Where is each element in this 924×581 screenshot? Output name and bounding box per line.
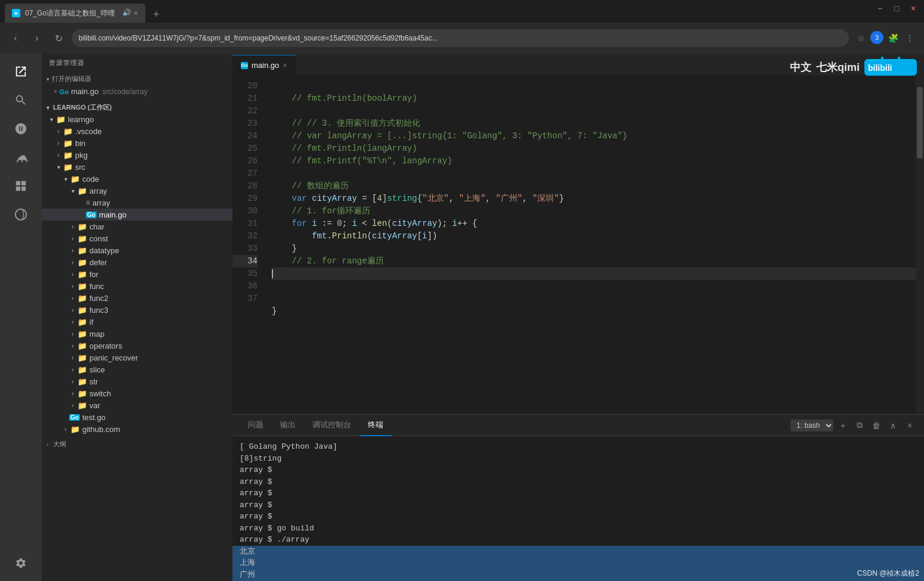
tree-item-pkg[interactable]: › 📁 pkg [42, 149, 232, 161]
terminal-actions: 1: bash + ⧉ 🗑 ∧ × [790, 418, 917, 433]
svg-rect-1 [21, 181, 26, 185]
workspace-label: LEARNGO (工作区) [53, 103, 111, 112]
tree-item-for[interactable]: › 📁 for [42, 268, 232, 280]
tree-item-switch[interactable]: › 📁 switch [42, 387, 232, 399]
outline-header[interactable]: › 大纲 [42, 437, 232, 451]
func-arrow: › [68, 281, 77, 291]
tree-item-learngo[interactable]: ▾ 📁 learngo [42, 113, 232, 125]
activity-icon-remote[interactable] [8, 201, 34, 228]
bookmark-btn[interactable]: ☆ [854, 31, 868, 45]
defer-arrow: › [68, 257, 77, 267]
activity-icon-git[interactable] [8, 116, 34, 142]
open-editors-header[interactable]: ▾ 打开的编辑器 [42, 72, 232, 86]
for-label: for [89, 270, 98, 279]
tree-item-operators[interactable]: › 📁 operators [42, 340, 232, 352]
tree-item-code[interactable]: ▾ 📁 code [42, 173, 232, 185]
tab-bar: B 07_Go语言基础之数组_哔哩 🔊 × + − □ × [0, 0, 924, 23]
folder-icon-if: 📁 [77, 318, 87, 327]
tree-item-github[interactable]: › 📁 github.com [42, 423, 232, 435]
browser-tab-active[interactable]: B 07_Go语言基础之数组_哔哩 🔊 × [5, 4, 145, 23]
activity-icon-explorer[interactable] [8, 58, 34, 85]
close-file-icon[interactable]: × [54, 88, 57, 95]
outline-label: 大纲 [53, 440, 66, 449]
terminal-tab-output[interactable]: 输出 [272, 415, 304, 436]
workspace-header[interactable]: ▾ LEARNGO (工作区) [42, 100, 232, 113]
editor-tab-maingo[interactable]: Go main.go × [232, 55, 296, 75]
tree-item-func3[interactable]: › 📁 func3 [42, 304, 232, 316]
activity-icon-extensions[interactable] [8, 173, 34, 199]
activity-icon-debug[interactable] [8, 144, 34, 170]
terminal-trash-btn[interactable]: 🗑 [869, 418, 883, 433]
terminal-tab-terminal[interactable]: 终端 [359, 415, 392, 436]
editor-scrollbar[interactable] [916, 75, 924, 414]
src-arrow: ▾ [54, 162, 63, 172]
profile-btn[interactable]: 3 [870, 31, 883, 44]
terminal-area: 问题 输出 调试控制台 终端 1: bash [232, 414, 924, 581]
tree-item-datatype[interactable]: › 📁 datatype [42, 244, 232, 256]
tab-close-btn[interactable]: × [134, 8, 138, 18]
bin-label: bin [75, 139, 85, 148]
terminal-line-8: array $ go build [240, 523, 917, 535]
tree-item-var[interactable]: › 📁 var [42, 399, 232, 411]
testgo-arrow [61, 412, 69, 422]
func-label: func [89, 282, 104, 291]
folder-icon-learngo: 📁 [56, 115, 66, 124]
editor-tab-close[interactable]: × [283, 61, 287, 70]
src-label: src [75, 163, 85, 172]
terminal-add-btn[interactable]: + [836, 418, 850, 433]
new-tab-button[interactable]: + [148, 6, 165, 23]
code-label: code [82, 175, 99, 184]
code-line-34 [272, 268, 916, 280]
extension-btn[interactable]: 🧩 [886, 31, 900, 45]
activity-icon-search[interactable] [8, 87, 34, 113]
panic-recover-label: panic_recover [89, 353, 138, 362]
tree-item-char[interactable]: › 📁 char [42, 220, 232, 232]
more-btn[interactable]: ⋮ [903, 31, 917, 45]
scrollbar-thumb[interactable] [917, 87, 923, 159]
folder-icon-vscode: 📁 [63, 127, 73, 136]
tree-item-vscode[interactable]: › 📁 .vscode [42, 125, 232, 137]
tree-item-src[interactable]: ▾ 📁 src [42, 161, 232, 173]
tree-item-map[interactable]: › 📁 map [42, 328, 232, 340]
terminal-content[interactable]: [ Golang Python Java] [8]string array $ … [232, 436, 924, 581]
tree-item-maingo[interactable]: Go main.go [42, 209, 232, 220]
tree-item-defer[interactable]: › 📁 defer [42, 256, 232, 268]
terminal-shell-select[interactable]: 1: bash [790, 420, 833, 431]
func3-arrow: › [68, 305, 77, 315]
tree-item-array-file[interactable]: ≡ array [42, 197, 232, 209]
terminal-close-btn[interactable]: × [903, 418, 917, 433]
folder-icon-func3: 📁 [77, 306, 87, 315]
terminal-up-btn[interactable]: ∧ [886, 418, 900, 433]
terminal-line-9: array $ ./array [240, 534, 917, 546]
reload-button[interactable]: ↻ [50, 30, 67, 46]
tree-item-func[interactable]: › 📁 func [42, 280, 232, 292]
tree-item-bin[interactable]: › 📁 bin [42, 137, 232, 149]
code-line-26 [272, 169, 277, 178]
tree-item-slice[interactable]: › 📁 slice [42, 363, 232, 375]
address-input[interactable] [72, 29, 849, 47]
tree-item-str[interactable]: › 📁 str [42, 375, 232, 387]
close-button[interactable]: × [907, 2, 919, 14]
tree-item-testgo[interactable]: Go test.go [42, 411, 232, 423]
tree-item-if[interactable]: › 📁 if [42, 316, 232, 328]
array-folder-label: array [89, 187, 107, 195]
maximize-button[interactable]: □ [891, 2, 903, 14]
activity-bar [0, 54, 42, 581]
tree-item-func2[interactable]: › 📁 func2 [42, 292, 232, 304]
activity-icon-settings[interactable] [8, 550, 34, 576]
code-editor[interactable]: 20 21 22 23 24 25 26 27 28 29 30 31 32 3… [232, 75, 924, 414]
terminal-tab-debug[interactable]: 调试控制台 [304, 415, 359, 436]
tree-item-panic-recover[interactable]: › 📁 panic_recover [42, 352, 232, 363]
terminal-tab-problems[interactable]: 问题 [240, 415, 272, 436]
minimize-button[interactable]: − [874, 2, 886, 14]
tree-item-array-folder[interactable]: ▾ 📁 array [42, 185, 232, 197]
forward-button[interactable]: › [29, 30, 45, 46]
datatype-arrow: › [68, 246, 77, 255]
terminal-split-btn[interactable]: ⧉ [852, 418, 867, 433]
mute-icon[interactable]: 🔊 [122, 8, 131, 18]
tree-item-const[interactable]: › 📁 const [42, 232, 232, 244]
folder-icon-str: 📁 [77, 377, 87, 386]
open-editor-mainfile[interactable]: × Go main.go src/code/array [42, 86, 232, 97]
back-button[interactable]: ‹ [7, 30, 24, 46]
code-content[interactable]: // fmt.Println(boolArray) // // 3. 使用索引值… [262, 75, 916, 414]
